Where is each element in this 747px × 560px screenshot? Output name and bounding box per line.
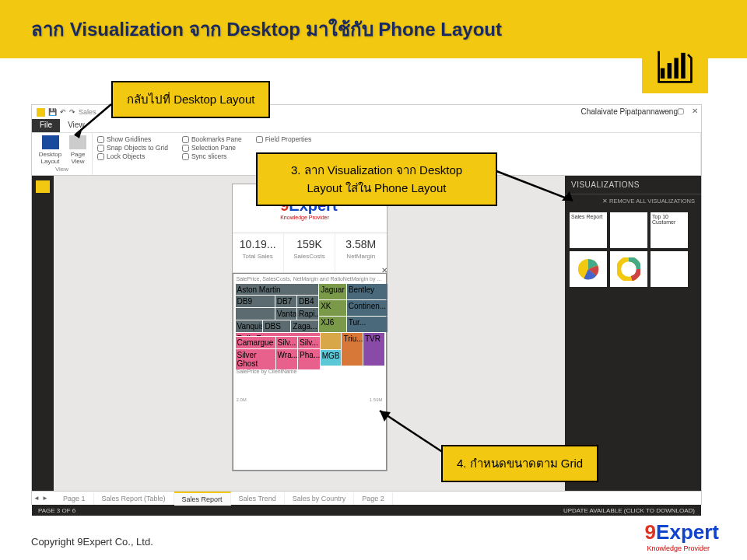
chk-field-props[interactable]: Field Properties [256, 135, 312, 143]
ptab-sales-report[interactable]: Sales Report [174, 492, 231, 506]
app-icon [37, 108, 45, 117]
thumb-blank[interactable] [610, 212, 647, 248]
svg-marker-7 [562, 191, 573, 201]
close-icon[interactable]: ✕ [692, 107, 698, 115]
ribbon-tabs: File View [32, 119, 701, 133]
thumb-extra[interactable] [651, 251, 688, 287]
arrow-to-desktop [68, 103, 115, 142]
visualizations-panel: VISUALIZATIONS ✕ REMOVE ALL VISUALIZATIO… [565, 176, 701, 491]
thumb-donut[interactable] [610, 251, 647, 287]
chk-bookmarks[interactable]: Bookmarks Pane [182, 135, 242, 143]
desktop-layout-button[interactable]: Desktop Layout [37, 135, 64, 165]
undo-icon[interactable]: ↶ [60, 108, 66, 116]
ptab-sales-trend[interactable]: Sales Trend [231, 492, 285, 505]
report-view-icon[interactable] [36, 180, 50, 193]
ptab-sales-table[interactable]: Sales Report (Table) [94, 492, 174, 505]
page-indicator: PAGE 3 OF 6 [38, 507, 75, 514]
callout-desktop-layout: กลับไปที่ Desktop Layout [111, 81, 270, 118]
slide-title-bar: ลาก Visualization จาก Desktop มาใช้กับ P… [0, 0, 747, 58]
phone-layout-frame[interactable]: 9Expert Knowledge Provider 10.19... Tota… [232, 184, 388, 471]
update-notice[interactable]: UPDATE AVAILABLE (CLICK TO DOWNLOAD) [563, 507, 695, 514]
kpi-row: 10.19... Total Sales 159K SalesCosts 3.5… [233, 233, 387, 273]
visual-close-icon[interactable]: ✕ [381, 266, 388, 275]
bar-chart-visual[interactable]: SalePrice by ClientName 2.0M 1.59M [233, 366, 386, 405]
slide-title: ลาก Visualization จาก Desktop มาใช้กับ P… [31, 14, 716, 44]
canvas-area: 9Expert Knowledge Provider 10.19... Tota… [54, 176, 565, 491]
page-nav[interactable]: ◄► [33, 495, 48, 502]
kpi-net-margin[interactable]: 3.58M NetMargin [335, 233, 386, 272]
copyright: Copyright 9Expert Co., Ltd. [31, 536, 153, 548]
app-body: 9Expert Knowledge Provider 10.19... Tota… [32, 176, 701, 491]
arrow-to-grid [374, 404, 451, 459]
powerbi-logo [642, 39, 708, 93]
save-icon[interactable]: 💾 [48, 108, 57, 116]
restore-icon[interactable]: ▢ [677, 107, 684, 115]
svg-line-6 [496, 171, 573, 201]
ptab-page2[interactable]: Page 2 [354, 492, 393, 505]
minimize-icon[interactable]: — [661, 107, 669, 115]
viz-panel-title: VISUALIZATIONS [571, 180, 640, 189]
svg-rect-1 [668, 63, 672, 79]
callout-drag-visualization: 3. ลาก Visualization จาก Desktop Layout … [256, 152, 497, 206]
tab-file[interactable]: File [32, 119, 60, 132]
thumb-pie1[interactable] [570, 251, 607, 287]
ptab-sales-country[interactable]: Sales by Country [285, 492, 355, 505]
thumb-top10[interactable]: Top 10 Customer [651, 212, 688, 248]
chk-snap[interactable]: Snap Objects to Grid [97, 144, 168, 152]
svg-rect-2 [674, 58, 679, 78]
tm-aston[interactable]: Aston Martin [236, 284, 319, 295]
viz-thumbnails: Sales Report Top 10 Customer [565, 208, 701, 292]
arrow-to-viz-panel [495, 168, 580, 207]
kpi-total-sales[interactable]: 10.19... Total Sales [233, 233, 284, 272]
ptab-page1[interactable]: Page 1 [55, 492, 94, 505]
svg-marker-5 [75, 128, 82, 138]
ribbon-group-view-label: View [37, 166, 87, 173]
window-controls: — ▢ ✕ [661, 107, 698, 115]
powerbi-icon [654, 49, 696, 84]
side-rail [32, 176, 54, 491]
svg-rect-3 [681, 52, 686, 78]
thumb-sales-report[interactable]: Sales Report [570, 212, 607, 248]
callout-grid-size: 4. กำหนดขนาดตาม Grid [441, 445, 598, 482]
chk-selection[interactable]: Selection Pane [182, 144, 242, 152]
svg-line-8 [380, 411, 444, 453]
page-tabs: ◄► Page 1 Sales Report (Table) Sales Rep… [32, 491, 701, 505]
status-bar: PAGE 3 OF 6 UPDATE AVAILABLE (CLICK TO D… [32, 505, 701, 516]
svg-rect-0 [661, 68, 665, 78]
treemap-visual[interactable]: ✕ SalePrice, SalesCosts, NetMargin and R… [233, 273, 387, 471]
remove-all-viz[interactable]: ✕ REMOVE ALL VISUALIZATIONS [565, 194, 701, 208]
footer-logo: 9Expert Knowledge Provider [645, 520, 719, 552]
chk-sync[interactable]: Sync slicers [182, 152, 242, 160]
kpi-sales-costs[interactable]: 159K SalesCosts [284, 233, 335, 272]
chk-lock[interactable]: Lock Objects [97, 152, 168, 160]
